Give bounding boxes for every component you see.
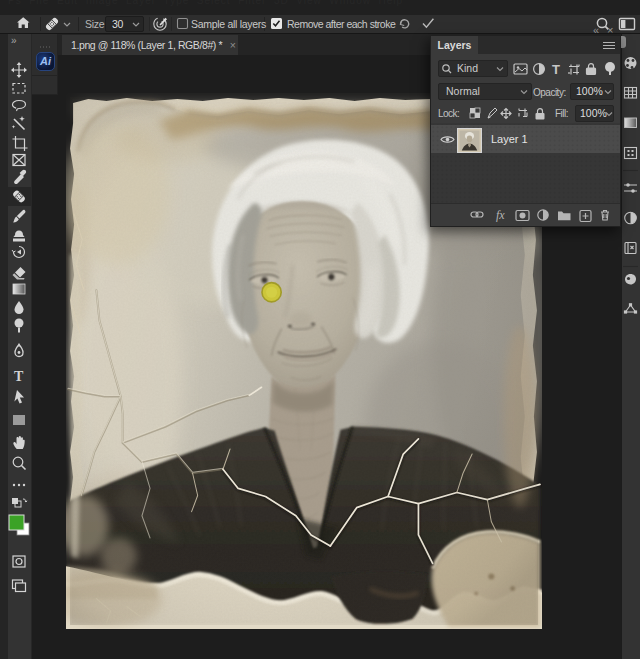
svg-text:fx: fx [496,208,505,222]
svg-text:T: T [14,369,24,384]
svg-text:T: T [552,62,560,77]
